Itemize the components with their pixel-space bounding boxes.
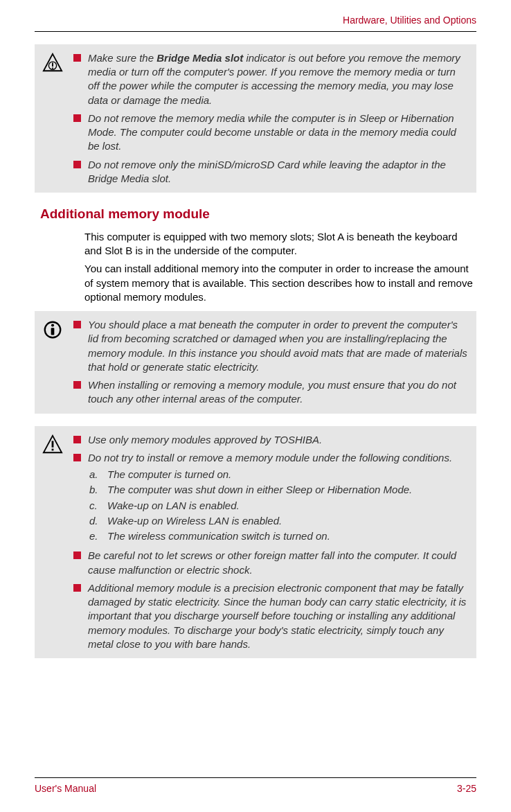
sub-list: a.The computer is turned on. b.The compu… xyxy=(89,468,468,543)
bullet-text: Be careful not to let screws or other fo… xyxy=(88,549,468,577)
section-heading: Additional memory module xyxy=(35,205,476,223)
caution-box-1: Make sure the Bridge Media slot indicato… xyxy=(35,44,476,193)
footer-right: 3-25 xyxy=(457,782,476,795)
chapter-header: Hardware, Utilities and Options xyxy=(35,14,476,32)
bullet-icon xyxy=(73,381,81,389)
sub-letter: e. xyxy=(89,529,100,543)
svg-rect-6 xyxy=(51,328,55,335)
bullet1-text: Make sure the Bridge Media slot indicato… xyxy=(88,52,460,106)
bullet-text: Do not try to install or remove a memory… xyxy=(88,451,468,545)
bullet-icon xyxy=(73,161,81,168)
svg-rect-3 xyxy=(52,67,53,69)
bullet-text: You should place a mat beneath the compu… xyxy=(88,318,468,374)
sub-letter: b. xyxy=(89,483,100,497)
paragraph: You can install additional memory into t… xyxy=(84,262,476,304)
sub-text: The wireless communication switch is tur… xyxy=(107,529,330,543)
bullet-icon xyxy=(73,114,81,122)
bullet-icon xyxy=(73,436,81,443)
sub-letter: a. xyxy=(89,468,100,482)
caution-box-2: Use only memory modules approved by TOSH… xyxy=(35,426,476,659)
sub-text: Wake-up on LAN is enabled. xyxy=(107,499,240,513)
footer-left: User's Manual xyxy=(35,782,96,795)
bullet-text: Do not remove the memory media while the… xyxy=(88,112,468,154)
section-paragraphs: This computer is equipped with two memor… xyxy=(35,230,476,304)
bullet-icon xyxy=(73,54,81,62)
paragraph: This computer is equipped with two memor… xyxy=(84,230,476,258)
bullet-text: Additional memory module is a precision … xyxy=(88,581,468,651)
sub-letter: d. xyxy=(89,514,100,528)
svg-rect-9 xyxy=(52,448,54,450)
bullet-text: Use only memory modules approved by TOSH… xyxy=(88,433,468,447)
svg-point-5 xyxy=(51,324,54,326)
bullet-icon xyxy=(73,584,81,592)
sub-letter: c. xyxy=(89,499,100,513)
sub-text: Wake-up on Wireless LAN is enabled. xyxy=(107,514,282,528)
caution-list-1: Make sure the Bridge Media slot indicato… xyxy=(73,51,468,186)
bullet-text: Do not remove only the miniSD/microSD Ca… xyxy=(88,158,468,186)
bullet-text: When installing or removing a memory mod… xyxy=(88,378,468,407)
warning-icon xyxy=(40,433,65,455)
info-list: You should place a mat beneath the compu… xyxy=(73,318,468,407)
sub-text: The computer was shut down in either Sle… xyxy=(107,483,412,497)
caution-list-2: Use only memory modules approved by TOSH… xyxy=(73,433,468,652)
info-box: You should place a mat beneath the compu… xyxy=(35,311,476,414)
bullet-icon xyxy=(73,551,81,559)
bullet-icon xyxy=(73,454,81,461)
svg-rect-8 xyxy=(52,441,54,447)
bullet-icon xyxy=(73,321,81,328)
warning-icon xyxy=(40,51,65,73)
info-icon xyxy=(40,318,65,340)
bullet-text: Make sure the Bridge Media slot indicato… xyxy=(88,51,468,107)
sub-text: The computer is turned on. xyxy=(107,468,231,482)
page-footer: User's Manual 3-25 xyxy=(35,777,476,795)
svg-rect-2 xyxy=(52,62,53,67)
